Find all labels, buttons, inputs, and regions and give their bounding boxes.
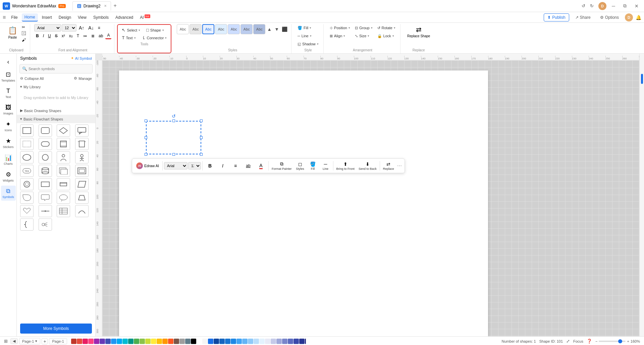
shape-callout[interactable] (75, 125, 89, 137)
focus-label[interactable]: Focus (573, 339, 583, 343)
color-swatch[interactable] (254, 339, 259, 344)
tab-close-btn[interactable]: ✕ (104, 4, 107, 8)
position-btn[interactable]: ⊹ Position ▾ (328, 24, 352, 32)
float-line-btn[interactable]: ─ Line (320, 160, 332, 171)
handle-bottom-left[interactable] (145, 153, 147, 156)
color-swatch[interactable] (134, 339, 139, 344)
text-tool-btn[interactable]: T Text ▾ (119, 34, 138, 42)
zoom-slider[interactable] (599, 341, 626, 342)
shape-circle[interactable] (39, 151, 52, 163)
style-box-6[interactable]: Abc (240, 24, 253, 34)
shape-list[interactable] (57, 205, 70, 217)
rotate-btn[interactable]: ↺ Rotate ▾ (375, 24, 397, 32)
undo-btn[interactable]: ↺ (580, 2, 587, 9)
menu-symbols[interactable]: Symbols (91, 14, 111, 21)
menu-advanced[interactable]: Advanced (113, 14, 136, 21)
canvas-content[interactable]: ↺ AI Edraw AI Arial (102, 60, 644, 336)
align-left-btn[interactable]: ≡ (96, 25, 102, 31)
replace-shape-btn[interactable]: ⇄ Replace Shape (405, 24, 433, 39)
bullet-list-btn[interactable]: ≔ (82, 33, 89, 39)
page-tab[interactable]: Page-1 ▾ (19, 338, 40, 344)
color-swatch[interactable] (225, 339, 230, 344)
shape-trapezoid[interactable] (75, 192, 89, 204)
canvas-area[interactable]: -50-40-30-20-100102030405060708090100110… (96, 54, 644, 336)
style-box-2[interactable]: Abc (190, 24, 202, 34)
shape-callout4[interactable] (57, 192, 70, 204)
notification-icon[interactable]: 🔔 (636, 15, 641, 20)
close-btn[interactable]: ✕ (632, 3, 641, 9)
number-list-btn[interactable]: ≣ (90, 33, 96, 39)
float-styles-btn[interactable]: ◻ Styles (294, 160, 306, 171)
shape-brace-left[interactable] (20, 218, 34, 231)
more-symbols-btn[interactable]: More Symbols (20, 324, 92, 334)
page-1-tab[interactable]: Page-1 (49, 338, 67, 344)
shape-stadium[interactable] (39, 138, 52, 150)
help-icon[interactable]: ❓ (587, 339, 592, 344)
handle-bottom-center[interactable] (172, 153, 175, 156)
charts-btn[interactable]: 📊 Charts (1, 152, 16, 167)
color-swatch[interactable] (94, 339, 99, 344)
color-swatch[interactable] (208, 339, 213, 344)
color-swatch[interactable] (259, 339, 265, 344)
selected-shape[interactable]: ↺ (146, 121, 201, 154)
shapes-scroll-area[interactable]: Yes (17, 123, 95, 321)
color-swatch[interactable] (174, 339, 179, 344)
menu-file[interactable]: File (8, 14, 20, 21)
subscript-btn[interactable]: x₂ (67, 33, 74, 39)
color-swatch[interactable] (276, 339, 282, 344)
shape-process[interactable] (57, 138, 70, 150)
cut-btn[interactable]: ✂ (20, 24, 27, 30)
color-swatch[interactable] (191, 339, 196, 344)
bold-btn[interactable]: B (34, 33, 41, 39)
float-send-back-btn[interactable]: ⬇ Send to Back (357, 160, 378, 171)
color-swatch[interactable] (236, 339, 242, 344)
user-avatar[interactable]: D (625, 13, 633, 21)
fit-page-icon[interactable]: ⤢ (566, 339, 570, 344)
handle-top-center[interactable] (172, 119, 175, 122)
color-swatch[interactable] (265, 339, 270, 344)
redo-btn[interactable]: ↻ (588, 2, 596, 9)
menu-view[interactable]: View (75, 14, 89, 21)
copy-btn[interactable]: ⿷ (20, 31, 27, 37)
shape-callout3[interactable] (39, 192, 52, 204)
color-swatch[interactable] (293, 339, 299, 344)
color-swatch[interactable] (271, 339, 276, 344)
shape-rect2[interactable] (39, 178, 52, 190)
color-swatch[interactable] (242, 339, 248, 344)
size-btn[interactable]: ⤡ Size ▾ (353, 32, 375, 40)
color-swatch[interactable] (145, 339, 151, 344)
color-swatch[interactable] (128, 339, 133, 344)
basic-flowchart-section[interactable]: ▾ Basic Flowchart Shapes (17, 115, 95, 123)
zoom-out-btn[interactable]: − (595, 339, 597, 343)
prev-page-btn[interactable]: ◀ (10, 338, 18, 344)
float-bring-front-btn[interactable]: ⬆ Bring to Front (335, 160, 357, 171)
color-swatch[interactable] (214, 339, 219, 344)
shape-oval[interactable] (20, 151, 34, 163)
align-btn[interactable]: ⊞ Align ▾ (328, 32, 352, 40)
shape-callout2[interactable] (20, 192, 34, 204)
zoom-in-btn[interactable]: + (627, 339, 629, 343)
float-format-painter-btn[interactable]: ⧉ Format Painter (270, 160, 293, 171)
paste-btn[interactable]: 📋 Paste (5, 24, 20, 41)
float-italic-btn[interactable]: I (217, 162, 229, 169)
shape-yes[interactable]: Yes (20, 165, 34, 177)
shape-line-mid[interactable] (39, 205, 52, 217)
strikethrough-btn[interactable]: S (53, 33, 59, 39)
rotate-handle[interactable]: ↺ (172, 113, 176, 119)
color-swatch[interactable] (305, 339, 306, 344)
menu-insert[interactable]: Insert (39, 14, 55, 21)
float-size-select[interactable]: 12 (188, 162, 201, 169)
manage-btn[interactable]: ⚙ Manage (74, 76, 92, 81)
widgets-btn[interactable]: ⚙ Widgets (1, 169, 16, 184)
shape-person[interactable] (57, 151, 70, 163)
shape-frame[interactable] (75, 165, 89, 177)
canvas-page[interactable]: ↺ (119, 70, 488, 336)
decrease-font-btn[interactable]: A↓ (87, 24, 95, 31)
increase-font-btn[interactable]: A↑ (77, 24, 86, 31)
style-box-1[interactable]: Abc (177, 24, 189, 34)
styles-expand-btn[interactable]: ⬛ (281, 26, 288, 33)
color-swatch[interactable] (168, 339, 173, 344)
format-copy-btn[interactable]: 🖌 (20, 37, 27, 43)
shape-box[interactable] (57, 165, 70, 177)
handle-mid-right[interactable] (200, 136, 203, 139)
